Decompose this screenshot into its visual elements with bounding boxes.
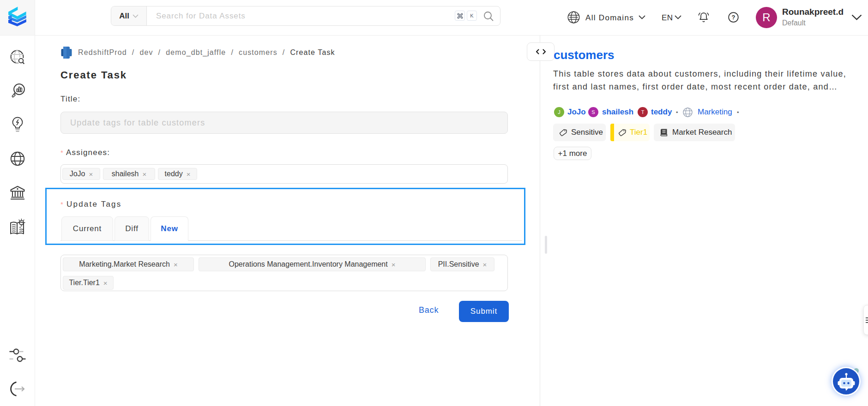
svg-text:?: ? — [732, 14, 735, 21]
